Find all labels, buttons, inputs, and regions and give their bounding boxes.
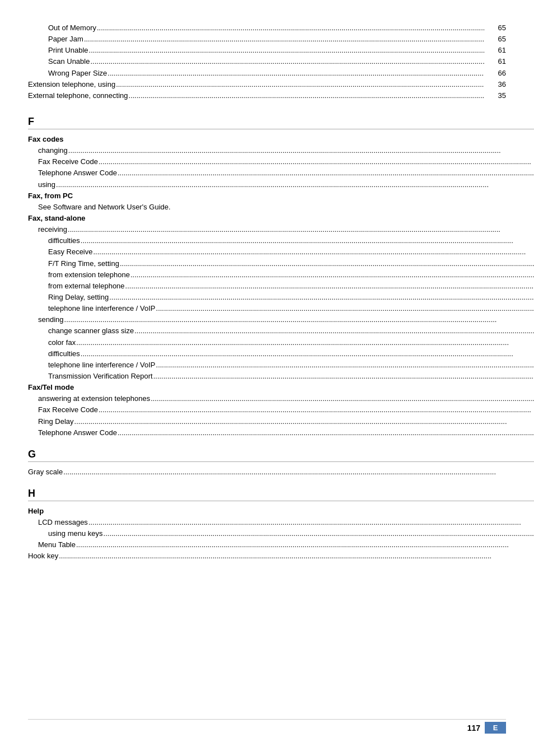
section-h: H Help LCD messages 89 using menu keys 9… xyxy=(28,488,534,562)
list-item: Transmission Verification Report 23 xyxy=(28,371,534,382)
section-letter-f: F xyxy=(28,116,534,128)
list-item: External telephone, connecting 35 xyxy=(28,90,506,101)
list-item: change scanner glass size 22 xyxy=(28,325,534,337)
entry-dots xyxy=(93,246,534,258)
entry-dots xyxy=(74,416,534,427)
entry-dots xyxy=(130,269,534,281)
entry-label: telephone line interference / VoIP xyxy=(28,303,156,314)
entry-label: LCD messages xyxy=(28,517,88,528)
list-item: Fax Receive Code 28, 36 xyxy=(28,156,534,167)
entry-dots xyxy=(89,45,484,56)
list-item: sending 21 xyxy=(28,314,534,325)
entry-label: change scanner glass size xyxy=(28,325,134,337)
list-item: answering at extension telephones 36 xyxy=(28,393,534,404)
list-item: from extension telephone 36 xyxy=(28,269,534,281)
page-number: 117 xyxy=(467,724,480,732)
entry-label: answering at extension telephones xyxy=(28,393,150,404)
entry-dots xyxy=(156,360,534,371)
top-section: Out of Memory 65 Paper Jam 65 Print Unab… xyxy=(28,22,506,101)
list-item: Fax/Tel mode xyxy=(28,382,534,393)
list-item: F/T Ring Time, setting 27 xyxy=(28,258,534,269)
entry-dots xyxy=(153,371,534,382)
list-item: Fax, from PC xyxy=(28,190,534,202)
entry-dots xyxy=(68,145,534,156)
list-item: Hook key 6 xyxy=(28,550,534,562)
entry-dots xyxy=(134,325,534,337)
entry-dots xyxy=(129,90,484,101)
section-divider xyxy=(28,501,534,501)
list-item: telephone line interference / VoIP 87 xyxy=(28,360,534,371)
entry-dots xyxy=(151,393,534,404)
entry-dots xyxy=(118,167,534,179)
entry-dots xyxy=(99,156,534,167)
entry-label: Out of Memory xyxy=(28,22,96,34)
list-item: Scan Unable 61 xyxy=(28,56,506,67)
entry-page: 61 xyxy=(485,45,506,56)
entry-label: Easy Receive xyxy=(28,246,92,258)
entry-dots xyxy=(56,179,534,190)
list-item: Telephone Answer Code 36 xyxy=(28,427,534,438)
entry-label: Fax Receive Code xyxy=(28,156,98,167)
section-letter-h: H xyxy=(28,488,534,500)
entry-label: from external telephone xyxy=(28,281,125,292)
entry-label: Scan Unable xyxy=(28,56,90,67)
entry-page: 66 xyxy=(485,68,506,79)
entry-page: 65 xyxy=(485,34,506,45)
list-item: Menu Table 91 xyxy=(28,539,534,550)
page: Out of Memory 65 Paper Jam 65 Print Unab… xyxy=(0,0,534,756)
entry-dots xyxy=(118,427,534,438)
entry-dots xyxy=(81,348,534,360)
entry-label: sending xyxy=(28,314,64,325)
entry-dots xyxy=(125,281,534,292)
entry-label: changing xyxy=(28,145,68,156)
entry-label: Extension telephone, using xyxy=(28,79,115,90)
entry-dots xyxy=(84,34,484,45)
list-item: Gray scale 109, 111 xyxy=(28,466,534,478)
list-item: using menu keys 90 xyxy=(28,528,534,539)
entry-label: Hook key xyxy=(28,550,58,562)
page-number-box: E xyxy=(485,722,506,734)
list-item: Easy Receive 28 xyxy=(28,246,534,258)
list-item: Telephone Answer Code 36 xyxy=(28,167,534,179)
list-item: Help xyxy=(28,506,534,517)
entry-label: Telephone Answer Code xyxy=(28,427,117,438)
entry-dots xyxy=(81,235,534,246)
entry-dots xyxy=(104,528,534,539)
list-item: telephone line interference / VoIP 87 xyxy=(28,303,534,314)
section-divider xyxy=(28,129,534,129)
list-item: Out of Memory 65 xyxy=(28,22,506,34)
section-letter-g: G xyxy=(28,449,534,460)
two-column-layout: F Fax codes changing 37 Fax Receive Code… xyxy=(28,110,506,713)
entry-label: F/T Ring Time, setting xyxy=(28,258,119,269)
section-f: F Fax codes changing 37 Fax Receive Code… xyxy=(28,116,534,438)
entry-dots xyxy=(99,404,534,416)
entry-label: Paper Jam xyxy=(28,34,83,45)
list-item: receiving 24 xyxy=(28,224,534,235)
list-item: Ring Delay 27 xyxy=(28,416,534,427)
entry-label: Menu Table xyxy=(28,539,76,550)
entry-label: from extension telephone xyxy=(28,269,130,281)
entry-label: receiving xyxy=(28,224,67,235)
entry-page: 35 xyxy=(485,90,506,101)
entry-label: Ring Delay, setting xyxy=(28,292,109,303)
list-item: color fax 22 xyxy=(28,337,534,348)
list-item: Print Unable 61 xyxy=(28,45,506,56)
entry-label: Transmission Verification Report xyxy=(28,371,153,382)
list-item: using 36 xyxy=(28,179,534,190)
entry-dots xyxy=(76,539,534,550)
list-item: Fax Receive Code 36 xyxy=(28,404,534,416)
entry-page: 65 xyxy=(485,22,506,34)
entry-dots xyxy=(59,550,534,562)
entry-dots xyxy=(107,68,484,79)
entry-page: 36 xyxy=(485,79,506,90)
entry-dots xyxy=(116,79,484,90)
entry-dots xyxy=(120,258,534,269)
entry-dots xyxy=(109,292,534,303)
section-g: G Gray scale 109, 111 xyxy=(28,449,534,478)
entry-dots xyxy=(97,22,484,34)
entry-label: using menu keys xyxy=(28,528,103,539)
list-item: Extension telephone, using 36 xyxy=(28,79,506,90)
entry-label: difficulties xyxy=(28,348,80,360)
entry-label: Ring Delay xyxy=(28,416,74,427)
section-divider xyxy=(28,461,534,462)
